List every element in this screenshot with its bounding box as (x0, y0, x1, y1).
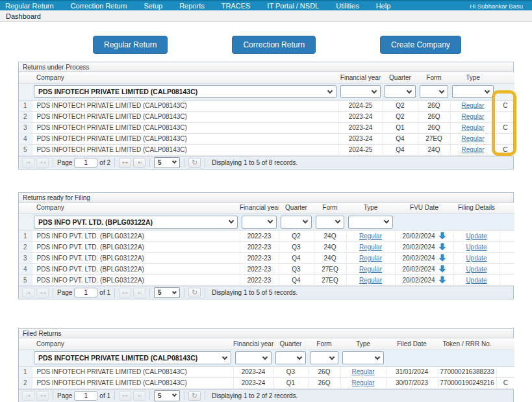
financial-year-filter-select[interactable] (242, 216, 277, 229)
type-regular-link[interactable]: Regular (351, 368, 374, 375)
form-filter-select[interactable] (316, 216, 344, 229)
update-link[interactable]: Update (466, 232, 487, 240)
type-regular-link[interactable]: Regular (461, 146, 484, 153)
financial-year-cell: 2022-23 (240, 264, 279, 275)
table-row: 1 PDS INFOTECH PRIVATE LIMITED (CALP0814… (19, 100, 514, 111)
download-fvu-icon[interactable] (438, 265, 446, 273)
update-link[interactable]: Update (466, 255, 487, 262)
page-size-select[interactable]: 5 (154, 287, 180, 298)
company-filter-select[interactable]: PDS INFO PVT. LTD. (BPLG03122A) (34, 216, 238, 229)
prev-page-button[interactable]: ◄◄ (36, 391, 49, 401)
row-number: 2 (19, 111, 32, 122)
nav-reports[interactable]: Reports (179, 1, 205, 10)
next-page-button[interactable]: ►► (119, 288, 131, 297)
company-cell: PDS INFO PVT. LTD. (BPLG03122A) (32, 231, 240, 242)
quarter-cell: Q2 (383, 111, 418, 122)
financial-year-filter-select[interactable] (235, 351, 272, 364)
form-filter-select[interactable] (420, 85, 448, 98)
correction-flag: C (496, 122, 514, 133)
company-filter-select[interactable]: PDS INFOTECH PRIVATE LIMITED (CALP08143C… (34, 351, 231, 364)
type-filter-select[interactable] (452, 85, 494, 98)
download-fvu-icon[interactable] (438, 243, 446, 251)
update-link[interactable]: Update (466, 277, 487, 284)
quarter-filter-select[interactable] (281, 216, 312, 229)
correction-return-button[interactable]: Correction Return (232, 36, 316, 54)
page-input[interactable] (74, 288, 97, 297)
table-row: 4 PDS INFOTECH PRIVATE LIMITED (CALP0814… (19, 133, 514, 144)
last-page-button[interactable]: ►| (133, 391, 146, 401)
chevron-down-icon (384, 218, 389, 223)
quarter-filter-select[interactable] (385, 85, 416, 98)
financial-year-cell: 2023-24 (233, 377, 273, 388)
nav-regular-return[interactable]: Regular Return (5, 1, 54, 10)
last-page-button[interactable]: ►| (133, 288, 146, 297)
company-cell: PDS INFOTECH PRIVATE LIMITED (CALP08143C… (32, 100, 338, 111)
chevron-down-icon (407, 88, 412, 93)
refresh-icon[interactable]: ↻ (188, 391, 201, 401)
row-number: 5 (19, 144, 32, 155)
fvu-date-value: 20/02/2024 (402, 255, 435, 262)
company-filter-select[interactable]: PDS INFOTECH PRIVATE LIMITED (CALP08143C… (34, 85, 336, 98)
nav-setup[interactable]: Setup (144, 1, 162, 10)
download-fvu-icon[interactable] (438, 254, 446, 262)
type-regular-link[interactable]: Regular (359, 244, 382, 251)
page-input[interactable] (74, 391, 97, 401)
nav-help[interactable]: Help (376, 1, 391, 10)
type-filter-select[interactable] (348, 216, 393, 229)
refresh-icon[interactable]: ↻ (188, 158, 201, 168)
create-company-button[interactable]: Create Company (380, 36, 461, 54)
type-filter-select[interactable] (342, 351, 384, 364)
nav-utilities[interactable]: Utilities (336, 1, 359, 10)
page-size-select[interactable]: 5 (154, 157, 180, 168)
column-header-type: Type (340, 338, 386, 349)
row-number-header (19, 203, 32, 214)
type-regular-link[interactable]: Regular (461, 135, 484, 142)
type-regular-link[interactable]: Regular (351, 379, 374, 386)
company-cell: PDS INFO PVT. LTD. (BPLG03122A) (32, 253, 240, 264)
update-link[interactable]: Update (466, 244, 487, 251)
form-filter-select[interactable] (310, 351, 338, 364)
type-regular-link[interactable]: Regular (359, 232, 382, 240)
correction-flag: C (496, 377, 514, 388)
token-cell: 770000216388233 (438, 366, 496, 377)
regular-return-button[interactable]: Regular Return (93, 36, 168, 54)
chevron-down-icon (335, 218, 340, 223)
fvu-date-cell: 20/02/2024 (395, 275, 453, 286)
type-regular-link[interactable]: Regular (461, 102, 484, 109)
prev-page-button[interactable]: ◄◄ (36, 158, 49, 168)
nav-it-portal-nsdl[interactable]: IT Portal / NSDL (267, 1, 319, 10)
prev-page-button[interactable]: ◄◄ (36, 288, 49, 297)
financial-year-filter-select[interactable] (340, 85, 381, 98)
nav-traces[interactable]: TRACES (222, 1, 251, 10)
quarter-filter-select[interactable] (275, 351, 306, 364)
page-input[interactable] (74, 158, 97, 168)
first-page-button[interactable]: |◄ (22, 288, 34, 297)
column-header-company: Company (32, 72, 338, 83)
type-regular-link[interactable]: Regular (359, 266, 382, 273)
update-link[interactable]: Update (466, 266, 487, 273)
chevron-down-icon (329, 354, 335, 359)
download-fvu-icon[interactable] (438, 276, 446, 284)
quarter-cell: Q3 (273, 366, 308, 377)
download-fvu-icon[interactable] (438, 232, 446, 240)
chevron-down-icon (172, 289, 177, 294)
column-header-quarter: Quarter (383, 72, 418, 83)
first-page-button[interactable]: |◄ (22, 391, 34, 401)
fvu-date-cell: 20/02/2024 (395, 242, 453, 253)
page-count-label: of 2 (99, 159, 110, 166)
row-number: 2 (19, 377, 32, 388)
refresh-icon[interactable]: ↻ (188, 288, 201, 297)
type-regular-link[interactable]: Regular (359, 255, 382, 262)
nav-correction-return[interactable]: Correction Return (71, 1, 127, 10)
next-page-button[interactable]: ►► (119, 391, 131, 401)
type-regular-link[interactable]: Regular (359, 277, 382, 284)
column-header-type: Type (346, 203, 395, 214)
type-regular-link[interactable]: Regular (461, 113, 484, 120)
first-page-button[interactable]: |◄ (22, 158, 34, 168)
page-size-select[interactable]: 5 (154, 390, 180, 401)
next-page-button[interactable]: ►► (119, 158, 131, 168)
last-page-button[interactable]: ►| (133, 158, 146, 168)
company-cell: PDS INFOTECH PRIVATE LIMITED (CALP08143C… (32, 144, 338, 155)
type-regular-link[interactable]: Regular (461, 124, 484, 131)
quarter-cell: Q1 (273, 377, 308, 388)
